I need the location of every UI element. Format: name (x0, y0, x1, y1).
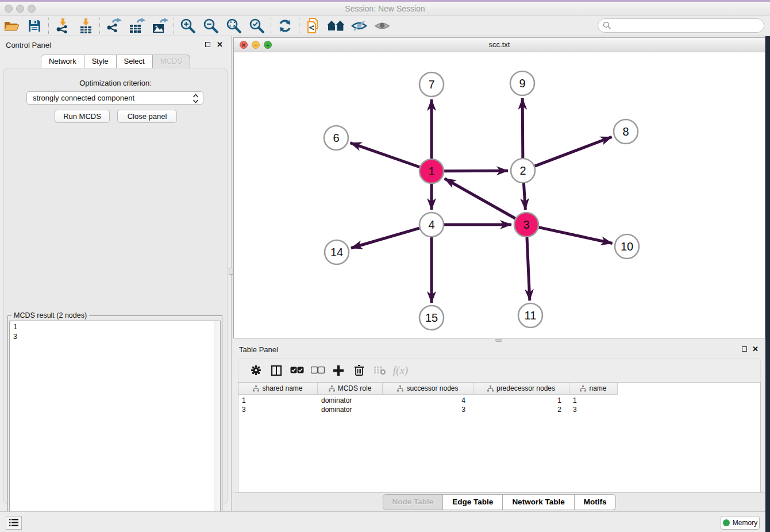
table-row[interactable]: 3dominator323 (238, 405, 618, 414)
graph-edge-3-10[interactable] (538, 228, 612, 244)
column-header-shared-name[interactable]: shared name (238, 383, 318, 394)
open-file-button[interactable] (0, 17, 23, 35)
refresh-icon (277, 18, 293, 34)
table-cell[interactable]: dominator (318, 405, 383, 414)
memory-button[interactable]: Memory (721, 516, 760, 530)
search-input[interactable] (598, 18, 764, 33)
control-panel: Control Panel ✕ NetworkStyleSelectMCDS O… (0, 36, 231, 511)
show-eye-icon (374, 19, 391, 33)
column-header-predecessor-nodes[interactable]: predecessor nodes (473, 383, 569, 394)
tab-node-table[interactable]: Node Table (383, 494, 444, 510)
graph-node-label-1: 1 (428, 165, 434, 178)
export-image-button[interactable] (148, 17, 171, 35)
close-panel-button[interactable]: Close panel (117, 110, 177, 123)
copy-network-button[interactable] (302, 17, 325, 35)
save-icon (28, 19, 41, 33)
export-network-button[interactable] (102, 17, 125, 35)
network-graph[interactable]: 7968124314101511 (234, 52, 765, 338)
column-header-MCDS-role[interactable]: MCDS role (318, 383, 383, 394)
tab-select[interactable]: Select (117, 55, 153, 68)
graph-edge-2-9[interactable] (522, 98, 523, 158)
tab-network-table[interactable]: Network Table (503, 494, 574, 510)
optimization-select[interactable]: strongly connected component (26, 91, 203, 105)
table-cell[interactable]: 2 (473, 405, 569, 414)
table-row[interactable]: 1dominator411 (238, 396, 618, 405)
tab-network[interactable]: Network (41, 55, 84, 68)
toolbar-separator (174, 18, 174, 34)
tab-mcds[interactable]: MCDS (153, 55, 190, 68)
graph-node-label-7: 7 (428, 78, 434, 91)
checkboxes-checked-icon (290, 367, 304, 374)
network-window-titlebar[interactable]: ✕ − ＋ scc.txt (234, 38, 765, 52)
toolbar-separator (271, 18, 271, 34)
zoom-in-icon (180, 18, 196, 34)
refresh-button[interactable] (274, 17, 297, 35)
control-panel-title: Control Panel (6, 41, 51, 49)
checkboxes-unchecked-icon (311, 367, 325, 374)
attribute-icon (397, 385, 403, 392)
attribute-icon (580, 385, 586, 392)
tab-motifs[interactable]: Motifs (575, 494, 617, 510)
tab-edge-table[interactable]: Edge Table (443, 494, 503, 510)
save-button[interactable] (23, 17, 46, 35)
graph-edge-3-11[interactable] (527, 237, 530, 300)
table-cell[interactable]: 1 (473, 396, 569, 405)
table-cell[interactable]: 3 (569, 405, 618, 414)
mcds-result-scrollbar[interactable] (214, 321, 220, 530)
attribute-icon (329, 385, 335, 392)
graph-edge-1-2[interactable] (444, 171, 508, 171)
table-cell[interactable]: 1 (238, 396, 318, 405)
graph-node-label-2: 2 (519, 164, 526, 177)
zoom-out-button[interactable] (199, 17, 222, 35)
show-eye-button[interactable] (371, 17, 394, 35)
graph-edge-2-8[interactable] (535, 137, 612, 166)
table-panel-title: Table Panel (239, 345, 278, 354)
import-network-button[interactable] (51, 17, 74, 35)
delete-column-button[interactable] (349, 361, 369, 380)
task-history-button[interactable] (6, 516, 22, 530)
attribute-icon (253, 385, 259, 392)
column-header-name[interactable]: name (569, 383, 618, 394)
table-cell[interactable]: 3 (238, 405, 318, 414)
search-icon (603, 21, 611, 30)
home-button[interactable] (325, 17, 348, 35)
delete-table-button[interactable] (369, 361, 390, 380)
zoom-selected-button[interactable] (245, 17, 268, 35)
graph-node-label-3: 3 (523, 218, 529, 231)
close-panel-icon[interactable]: ✕ (752, 345, 759, 353)
close-panel-icon[interactable]: ✕ (217, 40, 223, 49)
graph-edge-1-6[interactable] (351, 143, 420, 167)
toolbar-separator (99, 18, 100, 34)
export-image-icon (151, 18, 168, 34)
create-column-button[interactable] (328, 361, 349, 380)
mcds-result-title: MCDS result (2 nodes) (11, 311, 89, 319)
table-cell[interactable]: 4 (383, 396, 473, 405)
graph-edge-3-1[interactable] (445, 179, 515, 218)
float-panel-icon[interactable] (205, 42, 210, 47)
table-cell[interactable]: 3 (383, 405, 473, 414)
function-builder-button[interactable]: f(x) (390, 361, 411, 380)
toolbar-separator (299, 18, 299, 34)
column-header-successor-nodes[interactable]: successor nodes (383, 383, 473, 394)
graph-node-label-9: 9 (519, 77, 525, 90)
run-mcds-button[interactable]: Run MCDS (55, 110, 110, 123)
import-table-button[interactable] (74, 17, 97, 35)
graph-edge-4-14[interactable] (351, 228, 419, 248)
unselect-all-columns-button[interactable] (307, 361, 328, 380)
tab-style[interactable]: Style (84, 55, 117, 68)
table-cell[interactable]: 1 (569, 396, 618, 405)
search-field-wrap (598, 18, 764, 33)
export-table-button[interactable] (125, 17, 148, 35)
show-columns-button[interactable] (266, 361, 287, 380)
table-settings-button[interactable] (245, 361, 266, 380)
open-file-icon (3, 19, 20, 33)
hide-eye-button[interactable] (348, 17, 371, 35)
graph-node-label-6: 6 (333, 132, 339, 144)
graph-edge-2-3[interactable] (523, 183, 525, 210)
table-cell[interactable]: dominator (318, 396, 383, 405)
zoom-in-button[interactable] (176, 17, 199, 35)
zoom-fit-button[interactable] (222, 17, 245, 35)
float-panel-icon[interactable] (742, 346, 747, 352)
select-all-columns-button[interactable] (287, 361, 307, 380)
mcds-result-text[interactable]: 1 3 (9, 321, 221, 531)
